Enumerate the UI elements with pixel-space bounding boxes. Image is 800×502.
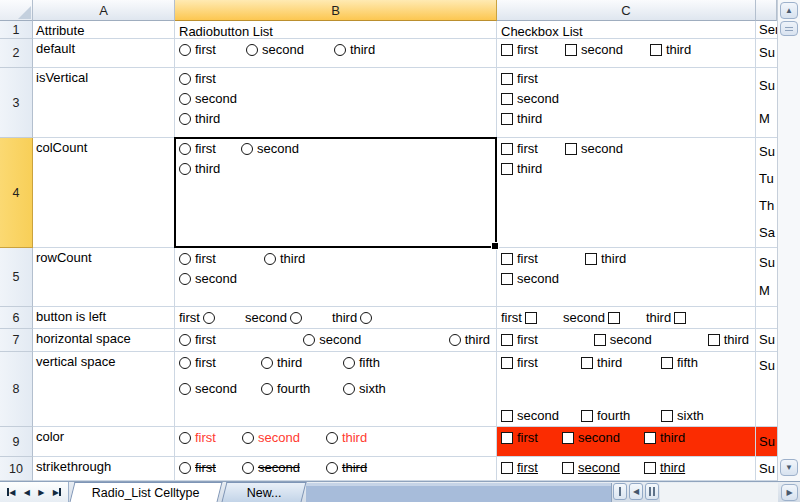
radio-option[interactable]: first — [179, 310, 215, 325]
radio-option[interactable]: third — [449, 332, 490, 347]
radio-option[interactable]: second — [179, 381, 261, 396]
radio-option[interactable]: third — [261, 355, 343, 370]
cell-d2[interactable]: Su — [756, 39, 777, 68]
tab-split-handle[interactable] — [613, 483, 627, 500]
cell-b10[interactable]: firstsecondthird — [175, 457, 497, 481]
cell-d1[interactable]: Ser — [756, 21, 777, 39]
radio-option[interactable]: third — [179, 111, 220, 126]
cell-a10[interactable]: strikethrough — [33, 457, 175, 481]
radio-option[interactable]: third — [264, 251, 349, 266]
cell-c5[interactable]: firstthirdsecond — [497, 248, 756, 307]
cell-c3[interactable]: firstsecondthird — [497, 68, 756, 138]
cell-c6[interactable]: firstsecondthird — [497, 307, 756, 329]
row-header-8[interactable]: 8 — [0, 352, 33, 427]
radio-option[interactable]: first — [179, 42, 216, 57]
radio-option[interactable]: first — [179, 460, 216, 475]
prev-sheet-button[interactable]: ◀ — [24, 488, 30, 497]
cell-d5[interactable]: SuM — [756, 248, 777, 307]
row-header-7[interactable]: 7 — [0, 329, 33, 352]
checkbox-option[interactable]: first — [501, 332, 538, 347]
cell-d7[interactable]: Su — [756, 329, 777, 352]
cell-b4[interactable]: firstsecondthird — [175, 138, 497, 248]
cell-b8[interactable]: firstthirdfifthsecondfourthsixth — [175, 352, 497, 427]
radio-option[interactable]: second — [303, 332, 361, 347]
cell-a7[interactable]: horizontal space — [33, 329, 175, 352]
cell-b3[interactable]: firstsecondthird — [175, 68, 497, 138]
checkbox-option[interactable]: second — [562, 460, 620, 475]
scroll-up-button[interactable]: ▲ — [780, 2, 798, 19]
radio-option[interactable]: third — [332, 310, 372, 325]
checkbox-option[interactable]: sixth — [661, 408, 741, 423]
checkbox-option[interactable]: fifth — [661, 355, 741, 370]
radio-option[interactable]: fifth — [343, 355, 425, 370]
cell-d6[interactable] — [756, 307, 777, 329]
radio-option[interactable]: first — [179, 141, 241, 156]
checkbox-option[interactable]: second — [565, 141, 629, 156]
checkbox-option[interactable]: first — [501, 141, 565, 156]
radio-option[interactable]: first — [179, 332, 216, 347]
cell-d9[interactable]: Su — [756, 427, 777, 457]
radio-option[interactable]: third — [334, 42, 375, 57]
row-header-9[interactable]: 9 — [0, 427, 33, 457]
radio-option[interactable]: second — [242, 430, 300, 445]
radio-option[interactable]: fourth — [261, 381, 343, 396]
tab-new-sheet[interactable]: New... — [222, 482, 307, 502]
radio-option[interactable]: sixth — [343, 381, 425, 396]
row-header-4[interactable]: 4 — [0, 138, 33, 248]
cell-c10[interactable]: firstsecondthird — [497, 457, 756, 481]
checkbox-option[interactable]: first — [501, 71, 538, 86]
cell-c8[interactable]: firstthirdfifthsecondfourthsixth — [497, 352, 756, 427]
checkbox-option[interactable]: third — [650, 42, 691, 57]
radio-option[interactable]: third — [326, 430, 367, 445]
radio-option[interactable]: first — [179, 71, 216, 86]
row-header-2[interactable]: 2 — [0, 39, 33, 68]
checkbox-option[interactable]: third — [501, 161, 565, 176]
radio-option[interactable]: first — [179, 251, 264, 266]
scroll-down-button[interactable]: ▼ — [780, 459, 798, 476]
row-header-10[interactable]: 10 — [0, 457, 33, 481]
checkbox-option[interactable]: second — [562, 430, 620, 445]
cell-a6[interactable]: button is left — [33, 307, 175, 329]
checkbox-option[interactable]: first — [501, 310, 537, 325]
checkbox-option[interactable]: second — [501, 91, 559, 106]
last-sheet-button[interactable]: ▶ — [53, 488, 61, 497]
cell-c1[interactable]: Checkbox List — [497, 21, 756, 39]
checkbox-option[interactable]: second — [501, 408, 581, 423]
column-header-partial[interactable] — [756, 0, 777, 21]
cell-d10[interactable]: Su — [756, 457, 777, 481]
cell-c2[interactable]: firstsecondthird — [497, 39, 756, 68]
cell-a8[interactable]: vertical space — [33, 352, 175, 427]
vertical-scrollbar-thumb[interactable] — [780, 21, 798, 36]
checkbox-option[interactable]: second — [594, 332, 652, 347]
cell-d4[interactable]: SuTuThSa — [756, 138, 777, 248]
checkbox-option[interactable]: third — [644, 460, 685, 475]
cell-a9[interactable]: color — [33, 427, 175, 457]
cell-b5[interactable]: firstthirdsecond — [175, 248, 497, 307]
cell-b9[interactable]: firstsecondthird — [175, 427, 497, 457]
cell-b7[interactable]: firstsecondthird — [175, 329, 497, 352]
horizontal-scrollbar-track[interactable] — [660, 483, 778, 502]
horizontal-scrollbar-thumb[interactable] — [306, 483, 612, 502]
radio-option[interactable]: second — [241, 141, 303, 156]
cell-a1[interactable]: Attribute — [33, 21, 175, 39]
column-header-c[interactable]: C — [497, 0, 756, 21]
radio-option[interactable]: third — [179, 161, 241, 176]
checkbox-option[interactable]: fourth — [581, 408, 661, 423]
cell-b2[interactable]: firstsecondthird — [175, 39, 497, 68]
next-sheet-button[interactable]: ▶ — [38, 488, 44, 497]
row-header-5[interactable]: 5 — [0, 248, 33, 307]
checkbox-option[interactable]: third — [585, 251, 669, 266]
select-all-corner[interactable] — [0, 0, 33, 21]
radio-option[interactable]: first — [179, 430, 216, 445]
checkbox-option[interactable]: third — [646, 310, 686, 325]
cell-b1[interactable]: Radiobutton List — [175, 21, 497, 39]
cell-b6[interactable]: firstsecondthird — [175, 307, 497, 329]
cell-c4[interactable]: firstsecondthird — [497, 138, 756, 248]
radio-option[interactable]: second — [179, 91, 237, 106]
cell-a4[interactable]: colCount — [33, 138, 175, 248]
cell-c7[interactable]: firstsecondthird — [497, 329, 756, 352]
radio-option[interactable]: first — [179, 355, 261, 370]
column-header-b[interactable]: B — [175, 0, 497, 21]
checkbox-option[interactable]: third — [708, 332, 749, 347]
tab-radio-list-celltype[interactable]: Radio_List Celltype — [70, 482, 223, 502]
